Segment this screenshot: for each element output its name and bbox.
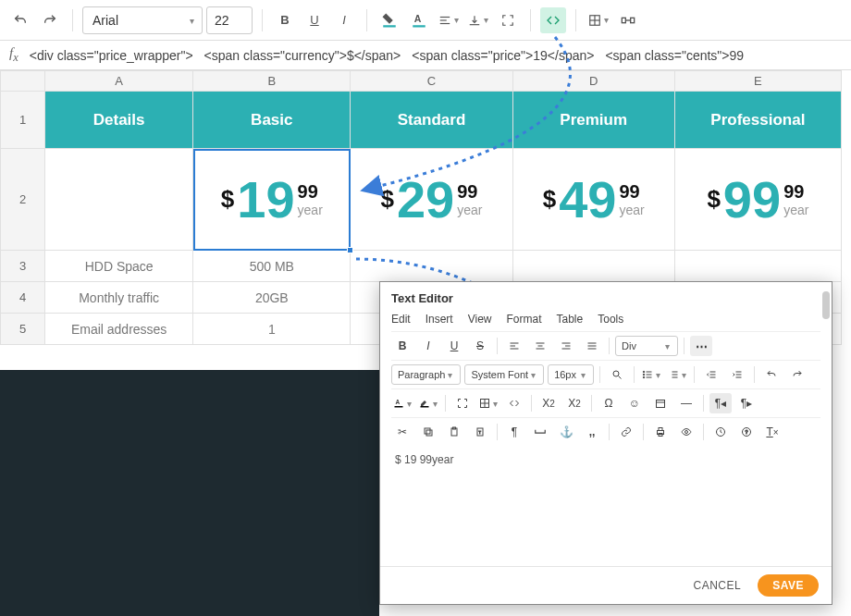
row-header-1[interactable]: 1 [1, 92, 45, 149]
te-hr-button[interactable]: — [675, 393, 697, 413]
te-pilcrow-button[interactable]: ¶ [503, 422, 525, 442]
te-table-button[interactable] [477, 393, 500, 413]
bold-button[interactable]: B [272, 7, 298, 33]
te-paste-text-button[interactable]: T [469, 422, 491, 442]
menu-view[interactable]: View [468, 313, 492, 326]
te-omega-button[interactable]: Ω [598, 393, 620, 413]
menu-format[interactable]: Format [507, 313, 542, 326]
te-outdent-button[interactable] [700, 364, 722, 385]
cell-c2[interactable]: $2999year [351, 149, 512, 251]
te-print-button[interactable] [649, 422, 672, 442]
te-more-button[interactable]: ⋯ [690, 336, 712, 356]
te-highlight-button[interactable] [417, 393, 439, 413]
te-clear-button[interactable]: T× [761, 422, 783, 442]
cell-a1[interactable]: Details [45, 92, 193, 149]
te-ul-button[interactable] [640, 364, 662, 385]
te-block-select[interactable]: Div▾ [615, 336, 678, 356]
te-ol-button[interactable] [666, 364, 688, 385]
te-fullscreen-button[interactable] [451, 393, 474, 413]
te-nbsp-button[interactable] [529, 422, 551, 442]
te-italic-button[interactable]: I [417, 336, 439, 356]
te-rtl-button[interactable]: ¶▸ [735, 393, 758, 413]
te-sup-button[interactable]: X2 [563, 393, 586, 413]
cell-c1[interactable]: Standard [351, 92, 512, 149]
table-button[interactable] [586, 7, 611, 33]
te-strike-button[interactable]: S [469, 336, 491, 356]
align-button[interactable] [436, 7, 462, 33]
merge-button[interactable] [615, 7, 641, 33]
cell-a4[interactable]: Monthly traffic [45, 282, 193, 314]
te-size-select[interactable]: 16px▾ [548, 364, 594, 385]
te-undo-button[interactable] [760, 364, 783, 385]
fullscreen-button[interactable] [495, 7, 521, 33]
cell-e3[interactable] [674, 251, 841, 282]
formula-bar[interactable]: fx <div class="price_wrapper"> <span cla… [0, 41, 851, 70]
te-preview-button[interactable] [675, 422, 697, 442]
te-bold-button[interactable]: B [391, 336, 413, 356]
te-search-button[interactable] [606, 364, 628, 385]
font-family-select[interactable]: Arial ▾ [82, 6, 203, 34]
font-size-input[interactable]: 22 [206, 6, 253, 34]
col-header-e[interactable]: E [674, 71, 841, 92]
menu-table[interactable]: Table [557, 313, 584, 326]
html-mode-button[interactable] [540, 7, 566, 33]
valign-button[interactable] [465, 7, 491, 33]
menu-edit[interactable]: Edit [391, 313, 411, 326]
te-help-button[interactable]: ? [735, 422, 758, 442]
te-align-right-button[interactable] [555, 336, 577, 356]
redo-button[interactable] [37, 7, 63, 33]
cell-a2[interactable] [45, 149, 193, 251]
te-code-button[interactable] [503, 393, 525, 413]
te-font-select[interactable]: System Font▾ [464, 364, 544, 385]
save-button[interactable]: SAVE [758, 574, 819, 597]
cell-b1[interactable]: Basic [193, 92, 351, 149]
text-color-button[interactable]: A [406, 7, 432, 33]
cell-a3[interactable]: HDD Space [45, 251, 193, 282]
select-all-corner[interactable] [1, 71, 45, 92]
cell-b4[interactable]: 20GB [193, 282, 351, 314]
scrollbar-thumb[interactable] [822, 291, 830, 319]
te-sub-button[interactable]: X2 [537, 393, 560, 413]
col-header-b[interactable]: B [193, 71, 351, 92]
row-header-4[interactable]: 4 [1, 282, 45, 314]
te-quote-button[interactable]: ,, [581, 422, 603, 442]
te-align-justify-button[interactable] [581, 336, 603, 356]
te-date-button[interactable] [649, 393, 672, 413]
fill-color-button[interactable] [376, 7, 402, 33]
col-header-d[interactable]: D [512, 71, 674, 92]
te-underline-button[interactable]: U [443, 336, 465, 356]
menu-insert[interactable]: Insert [426, 313, 453, 326]
menu-tools[interactable]: Tools [598, 313, 623, 326]
te-link-button[interactable] [615, 422, 637, 442]
cell-a5[interactable]: Email addresses [45, 314, 193, 345]
te-redo-button[interactable] [786, 364, 808, 385]
te-cut-button[interactable]: ✂ [391, 422, 413, 442]
cell-b2-selected[interactable]: $ 19 99 year [193, 149, 351, 251]
te-ltr-button[interactable]: ¶◂ [709, 393, 732, 413]
cell-d3[interactable] [512, 251, 674, 282]
col-header-c[interactable]: C [351, 71, 512, 92]
te-emoji-button[interactable]: ☺ [623, 393, 646, 413]
te-paragraph-select[interactable]: Paragraph▾ [391, 364, 461, 385]
te-align-left-button[interactable] [503, 336, 525, 356]
row-header-2[interactable]: 2 [1, 149, 45, 251]
selection-handle[interactable] [347, 247, 353, 253]
te-anchor-button[interactable]: ⚓ [555, 422, 577, 442]
te-paste-button[interactable] [443, 422, 465, 442]
editor-body[interactable]: $ 19 99year [391, 446, 820, 561]
cell-d1[interactable]: Premium [512, 92, 674, 149]
cell-b3[interactable]: 500 MB [193, 251, 351, 282]
te-align-center-button[interactable] [529, 336, 551, 356]
te-copy-button[interactable] [417, 422, 439, 442]
cell-c3[interactable] [351, 251, 512, 282]
cancel-button[interactable]: CANCEL [694, 579, 742, 592]
cell-b5[interactable]: 1 [193, 314, 351, 345]
cell-e1[interactable]: Professional [674, 92, 841, 149]
cell-e2[interactable]: $9999year [674, 149, 841, 251]
italic-button[interactable]: I [331, 7, 357, 33]
te-indent-button[interactable] [726, 364, 748, 385]
undo-button[interactable] [7, 7, 33, 33]
row-header-5[interactable]: 5 [1, 314, 45, 345]
te-text-color-button[interactable]: A [391, 393, 413, 413]
row-header-3[interactable]: 3 [1, 251, 45, 282]
